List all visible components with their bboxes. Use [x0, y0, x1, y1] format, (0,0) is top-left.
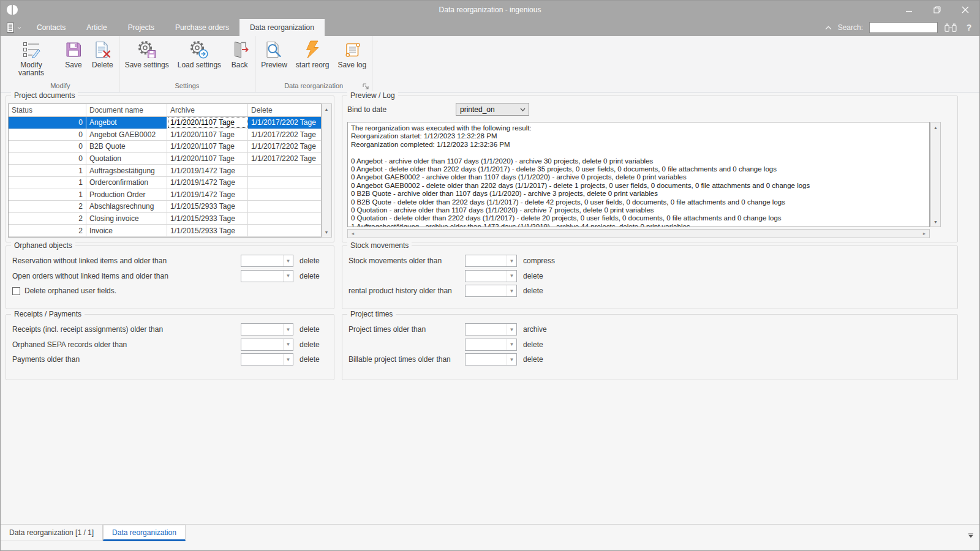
cell-delete [248, 177, 321, 189]
stock-movements-compress-combo[interactable]: ▼ [465, 255, 517, 267]
table-row[interactable]: 2 Abschlagsrechnung 1/1/2015/2933 Tage [9, 201, 321, 213]
button-label: Save [65, 61, 81, 69]
tab-projects[interactable]: Projects [118, 19, 165, 36]
stock-movements-delete-combo[interactable]: ▼ [465, 270, 517, 282]
action-label: delete [293, 325, 328, 334]
cell-status: 2 [9, 213, 86, 225]
cell-archive: 1/1/2019/1472 Tage [167, 189, 248, 201]
scroll-up-arrow[interactable]: ▲ [931, 122, 940, 132]
scroll-down-arrow[interactable]: ▼ [322, 227, 331, 237]
save-button[interactable]: Save [60, 38, 87, 69]
option-label: Reservation without linked items and old… [12, 257, 241, 265]
cell-status: 2 [9, 225, 86, 236]
table-vertical-scrollbar[interactable]: ▲ ▼ [322, 103, 332, 238]
action-label: delete [293, 355, 328, 364]
column-header-document-name[interactable]: Document name [86, 104, 167, 116]
bottom-tab-data-reorganization[interactable]: Data reorganization [103, 525, 186, 541]
option-label: Stock movements older than [349, 257, 465, 265]
minimize-button[interactable] [895, 1, 923, 19]
menu-bar: Contacts Article Projects Purchase order… [1, 19, 979, 36]
button-label: Modify variants [7, 61, 55, 77]
scroll-up-arrow[interactable]: ▲ [322, 104, 331, 114]
collapse-ribbon-icon[interactable] [825, 26, 832, 30]
cell-status: 1 [9, 189, 86, 201]
option-label: rental product history older than [349, 287, 465, 295]
cell-name: B2B Quote [86, 141, 167, 152]
bind-to-date-combo[interactable]: printed_on [456, 103, 529, 116]
table-row[interactable]: 0 Angebot 1/1/2020/1107 Tage 1/1/2017/22… [9, 117, 321, 129]
application-menu-icon [6, 22, 16, 34]
tab-data-reorganization[interactable]: Data reorganization [239, 19, 325, 36]
cell-archive: 1/1/2020/1107 Tage [167, 141, 248, 152]
save-log-button[interactable]: Save log [334, 38, 371, 69]
section-title: Orphaned objects [11, 241, 75, 250]
cell-name: Auftragsbestätigung [86, 165, 167, 176]
receipts-older-than-combo[interactable]: ▼ [241, 323, 293, 335]
tab-article[interactable]: Article [76, 19, 117, 36]
section-title: Project times [347, 310, 396, 318]
modify-variants-button[interactable]: Modify variants [4, 38, 59, 77]
chevron-down-icon [17, 26, 21, 29]
delete-button[interactable]: Delete [88, 38, 117, 69]
table-row[interactable]: 1 Auftragsbestätigung 1/1/2019/1472 Tage [9, 165, 321, 177]
billable-project-times-combo[interactable]: ▼ [465, 353, 517, 365]
reorganization-log-text[interactable]: The reorganization was executed with the… [347, 122, 930, 227]
log-horizontal-scrollbar[interactable]: ◄ ► [347, 229, 930, 238]
scroll-right-arrow[interactable]: ► [919, 231, 929, 236]
back-button[interactable]: Back [226, 38, 253, 69]
sepa-records-older-than-combo[interactable]: ▼ [241, 339, 293, 351]
option-label: Project times older than [349, 325, 465, 334]
tab-contacts[interactable]: Contacts [26, 19, 76, 36]
combo-arrow-icon: ▼ [283, 354, 293, 365]
bottom-tab-data-reorganization-count[interactable]: Data reorganization [1 / 1] [1, 525, 103, 541]
reservation-older-than-combo[interactable]: ▼ [241, 255, 293, 267]
combo-arrow-icon: ▼ [507, 271, 516, 282]
application-menu-button[interactable] [1, 19, 26, 36]
button-label: start reorg [296, 61, 330, 69]
scroll-left-arrow[interactable]: ◄ [348, 231, 358, 236]
payments-older-than-combo[interactable]: ▼ [241, 353, 293, 365]
start-reorg-button[interactable]: start reorg [292, 38, 333, 69]
load-settings-button[interactable]: Load settings [174, 38, 225, 69]
ribbon: Modify variants Save [1, 36, 979, 92]
save-settings-button[interactable]: Save settings [121, 38, 173, 69]
column-header-delete[interactable]: Delete [248, 104, 321, 116]
delete-orphaned-user-fields-checkbox[interactable] [12, 287, 20, 295]
modify-variants-icon [21, 40, 41, 59]
project-times-archive-combo[interactable]: ▼ [465, 323, 517, 335]
open-orders-older-than-combo[interactable]: ▼ [241, 270, 293, 282]
table-row[interactable]: 2 Invoice 1/1/2015/2933 Tage [9, 225, 321, 237]
table-row[interactable]: 1 Orderconfirmation 1/1/2019/1472 Tage [9, 177, 321, 189]
column-header-status[interactable]: Status [9, 104, 86, 116]
restore-button[interactable] [923, 1, 951, 19]
tab-purchase-orders[interactable]: Purchase orders [165, 19, 239, 36]
column-header-archive[interactable]: Archive [167, 104, 248, 116]
combo-arrow-icon: ▼ [283, 324, 293, 335]
cell-delete [248, 201, 321, 212]
option-label: Billable project times older than [349, 355, 465, 364]
rental-product-history-combo[interactable]: ▼ [465, 285, 517, 297]
dialog-launcher-icon[interactable] [362, 83, 369, 90]
action-label: compress [517, 257, 951, 265]
project-documents-table: Status Document name Archive Delete 0 An… [8, 103, 322, 238]
table-row[interactable]: 2 Closing invoice 1/1/2015/2933 Tage [9, 213, 321, 225]
table-row[interactable]: 1 Production Order 1/1/2019/1472 Tage [9, 189, 321, 201]
preview-log-section: Preview / Log Bind to date printed_on Th… [342, 96, 958, 242]
binoculars-icon[interactable] [944, 22, 957, 33]
close-button[interactable] [951, 1, 979, 19]
preview-icon [264, 40, 284, 59]
bind-to-date-label: Bind to date [347, 105, 386, 114]
log-vertical-scrollbar[interactable]: ▲ ▼ [930, 122, 941, 227]
project-times-delete-combo[interactable]: ▼ [465, 339, 517, 351]
table-row[interactable]: 0 Quotation 1/1/2020/1107 Tage 1/1/2017/… [9, 153, 321, 165]
table-row[interactable]: 0 B2B Quote 1/1/2020/1107 Tage 1/1/2017/… [9, 141, 321, 153]
option-label: Orphaned SEPA records older than [12, 340, 241, 349]
table-row[interactable]: 0 Angebot GAEB0002 1/1/2020/1107 Tage 1/… [9, 129, 321, 141]
search-input[interactable] [869, 22, 938, 33]
tab-list-dropdown-icon[interactable] [967, 533, 974, 538]
cell-name: Production Order [86, 189, 167, 201]
action-label: delete [293, 272, 328, 280]
preview-button[interactable]: Preview [257, 38, 291, 69]
help-icon[interactable]: ? [963, 23, 974, 32]
scroll-down-arrow[interactable]: ▼ [931, 217, 940, 227]
